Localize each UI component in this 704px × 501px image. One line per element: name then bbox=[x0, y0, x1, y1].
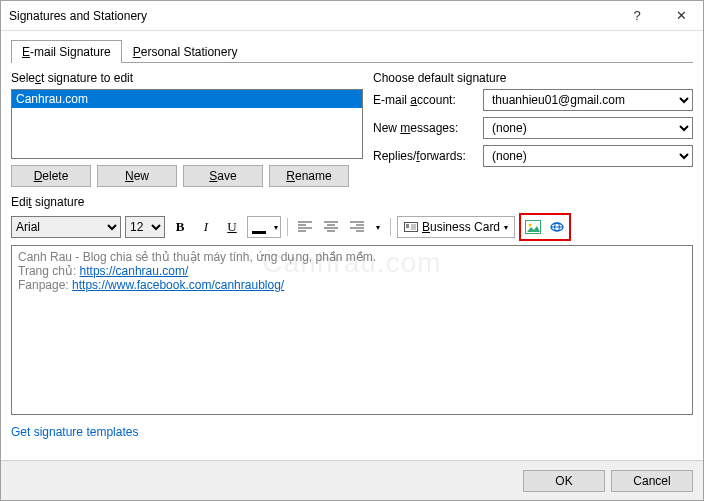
underline-button[interactable]: U bbox=[221, 216, 243, 238]
svg-rect-1 bbox=[406, 224, 409, 228]
business-card-icon bbox=[404, 221, 418, 233]
edit-signature-label: Edit signature bbox=[11, 195, 693, 209]
new-messages-select[interactable]: (none) bbox=[483, 117, 693, 139]
chevron-down-icon: ▾ bbox=[504, 223, 508, 232]
signature-editor[interactable]: Canhrau.com Canh Rau - Blog chia sẻ thủ … bbox=[11, 245, 693, 415]
signature-list-item[interactable]: Canhrau.com bbox=[12, 90, 362, 108]
align-dropdown[interactable]: ▾ bbox=[372, 216, 384, 238]
default-signature-group: Choose default signature E-mail account:… bbox=[373, 71, 693, 187]
bold-button[interactable]: B bbox=[169, 216, 191, 238]
color-swatch bbox=[252, 231, 266, 234]
picture-icon bbox=[525, 220, 541, 234]
font-family-select[interactable]: Arial bbox=[11, 216, 121, 238]
insert-hyperlink-button[interactable] bbox=[546, 216, 568, 238]
homepage-link[interactable]: https://canhrau.com/ bbox=[80, 264, 189, 278]
ok-button[interactable]: OK bbox=[523, 470, 605, 492]
editor-line-1: Canh Rau - Blog chia sẻ thủ thuật máy tí… bbox=[18, 250, 686, 264]
align-center-icon bbox=[324, 221, 338, 233]
chevron-down-icon: ▾ bbox=[274, 223, 278, 232]
cancel-button[interactable]: Cancel bbox=[611, 470, 693, 492]
titlebar: Signatures and Stationery ? ✕ bbox=[1, 1, 703, 31]
select-signature-group: Select signature to edit Canhrau.com Del… bbox=[11, 71, 363, 187]
align-left-icon bbox=[298, 221, 312, 233]
new-button[interactable]: New bbox=[97, 165, 177, 187]
tab-strip: E-mail Signature Personal Stationery bbox=[11, 39, 693, 63]
email-account-select[interactable]: thuanhieu01@gmail.com bbox=[483, 89, 693, 111]
replies-forwards-label: Replies/forwards: bbox=[373, 149, 483, 163]
get-signature-templates-link[interactable]: Get signature templates bbox=[11, 425, 138, 439]
tab-personal-stationery[interactable]: Personal Stationery bbox=[122, 40, 249, 63]
fanpage-link[interactable]: https://www.facebook.com/canhraublog/ bbox=[72, 278, 284, 292]
content-area: E-mail Signature Personal Stationery Sel… bbox=[1, 31, 703, 439]
italic-button[interactable]: I bbox=[195, 216, 217, 238]
highlighted-buttons bbox=[519, 213, 571, 241]
help-button[interactable]: ? bbox=[615, 1, 659, 31]
align-left-button[interactable] bbox=[294, 216, 316, 238]
close-button[interactable]: ✕ bbox=[659, 1, 703, 31]
dialog-footer: OK Cancel bbox=[1, 460, 703, 500]
formatting-toolbar: Arial 12 B I U ▾ ▾ bbox=[11, 213, 693, 241]
rename-button[interactable]: Rename bbox=[269, 165, 349, 187]
align-right-icon bbox=[350, 221, 364, 233]
select-signature-label: Select signature to edit bbox=[11, 71, 363, 85]
window-title: Signatures and Stationery bbox=[9, 9, 615, 23]
font-size-select[interactable]: 12 bbox=[125, 216, 165, 238]
insert-picture-button[interactable] bbox=[522, 216, 544, 238]
business-card-button[interactable]: Business Card ▾ bbox=[397, 216, 515, 238]
replies-forwards-select[interactable]: (none) bbox=[483, 145, 693, 167]
new-messages-label: New messages: bbox=[373, 121, 483, 135]
editor-line-2: Trang chủ: https://canhrau.com/ bbox=[18, 264, 686, 278]
chevron-down-icon: ▾ bbox=[376, 223, 380, 232]
signature-listbox[interactable]: Canhrau.com bbox=[11, 89, 363, 159]
email-account-label: E-mail account: bbox=[373, 93, 483, 107]
signature-buttons: Delete New Save Rename bbox=[11, 165, 363, 187]
dialog-window: Signatures and Stationery ? ✕ E-mail Sig… bbox=[0, 0, 704, 501]
save-button[interactable]: Save bbox=[183, 165, 263, 187]
svg-point-3 bbox=[529, 224, 532, 227]
delete-button[interactable]: Delete bbox=[11, 165, 91, 187]
separator bbox=[287, 218, 288, 236]
top-row: Select signature to edit Canhrau.com Del… bbox=[11, 71, 693, 187]
align-center-button[interactable] bbox=[320, 216, 342, 238]
align-right-button[interactable] bbox=[346, 216, 368, 238]
default-signature-title: Choose default signature bbox=[373, 71, 693, 85]
editor-line-3: Fanpage: https://www.facebook.com/canhra… bbox=[18, 278, 686, 292]
tab-email-signature[interactable]: E-mail Signature bbox=[11, 40, 122, 63]
font-color-button[interactable]: ▾ bbox=[247, 216, 281, 238]
separator bbox=[390, 218, 391, 236]
hyperlink-icon bbox=[549, 220, 565, 234]
